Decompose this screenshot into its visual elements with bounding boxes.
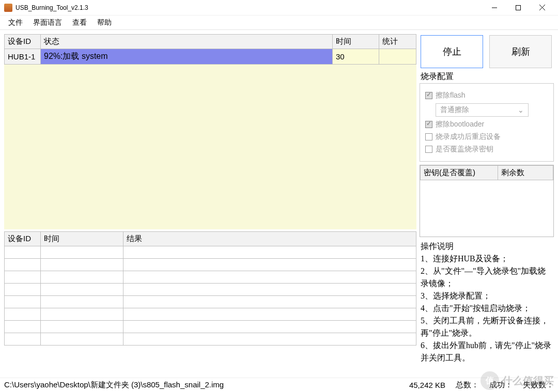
erase-flash-row[interactable]: 擦除flash <box>425 91 548 100</box>
chevron-down-icon: ⌄ <box>518 106 524 114</box>
checkbox-icon <box>425 133 432 140</box>
close-button[interactable] <box>530 0 554 15</box>
instruction-line: 2、从"文件"—"导入烧录包"加载烧录镜像； <box>421 265 553 290</box>
table-row <box>5 321 416 333</box>
menu-file[interactable]: 文件 <box>4 17 27 28</box>
erase-flash-label: 擦除flash <box>436 91 466 100</box>
instruction-line: 4、点击"开始"按钮启动烧录； <box>421 302 553 315</box>
col-result[interactable]: 结果 <box>123 232 416 246</box>
svg-rect-1 <box>516 5 521 10</box>
menu-view[interactable]: 查看 <box>68 17 91 28</box>
erase-bootloader-label: 擦除bootloader <box>436 120 484 129</box>
col-time[interactable]: 时间 <box>333 35 379 49</box>
instruction-line: 5、关闭工具前，先断开设备连接，再"停止"烧录。 <box>421 315 553 339</box>
menu-language[interactable]: 界面语言 <box>29 17 66 28</box>
col-time[interactable]: 时间 <box>41 232 123 246</box>
result-table: 设备ID 时间 结果 <box>4 231 416 346</box>
refresh-button[interactable]: 刷新 <box>489 35 552 68</box>
window-title: USB_Burning_Tool_v2.1.3 <box>16 4 483 11</box>
menubar: 文件 界面语言 查看 帮助 <box>0 15 558 30</box>
cell-time: 30 <box>333 49 379 65</box>
col-device[interactable]: 设备ID <box>5 232 41 246</box>
instruction-line: 3、选择烧录配置； <box>421 290 553 302</box>
table-row[interactable]: HUB1-1 92%:加载 system 30 <box>5 49 416 65</box>
titlebar: USB_Burning_Tool_v2.1.3 <box>0 0 558 15</box>
table-row <box>5 296 416 308</box>
col-remain[interactable]: 剩余数 <box>498 166 553 180</box>
table-row <box>5 284 416 296</box>
device-status-panel: 设备ID 状态 时间 统计 HUB1-1 92%:加载 system 30 <box>4 34 416 229</box>
reboot-after-label: 烧录成功后重启设备 <box>436 132 501 142</box>
maximize-button[interactable] <box>506 0 530 15</box>
checkbox-icon <box>425 146 432 153</box>
minimize-button[interactable] <box>483 0 506 15</box>
config-title: 烧录配置 <box>420 71 554 83</box>
device-status-table: 设备ID 状态 时间 统计 HUB1-1 92%:加载 system 30 <box>4 34 416 65</box>
cell-device: HUB1-1 <box>5 49 41 65</box>
erase-mode-select[interactable]: 普通擦除 ⌄ <box>436 103 529 117</box>
cell-status: 92%:加载 system <box>41 49 333 65</box>
key-panel: 密钥(是否覆盖) 剩余数 <box>420 165 554 237</box>
col-status[interactable]: 状态 <box>41 35 333 49</box>
table-row <box>5 333 416 346</box>
key-table: 密钥(是否覆盖) 剩余数 <box>420 165 553 180</box>
table-row <box>5 259 416 271</box>
app-icon <box>4 4 12 12</box>
status-text: 92%:加载 system <box>41 49 332 64</box>
instruction-line: 1、连接好HUB及设备； <box>421 253 553 265</box>
reboot-after-row[interactable]: 烧录成功后重启设备 <box>425 132 548 142</box>
statusbar: C:\Users\yaohe\Desktop\新建文件夹 (3)\s805_fl… <box>0 378 558 392</box>
menu-help[interactable]: 帮助 <box>93 17 116 28</box>
erase-mode-value: 普通擦除 <box>440 105 469 115</box>
status-path: C:\Users\yaohe\Desktop\新建文件夹 (3)\s805_fl… <box>4 380 224 390</box>
erase-bootloader-row[interactable]: 擦除bootloader <box>425 120 548 129</box>
instruction-line: 6、拔出外置hub前，请先"停止"烧录并关闭工具。 <box>421 339 553 364</box>
instructions-title: 操作说明 <box>421 240 553 253</box>
col-count[interactable]: 统计 <box>379 35 416 49</box>
overwrite-key-row[interactable]: 是否覆盖烧录密钥 <box>425 145 548 154</box>
col-key[interactable]: 密钥(是否覆盖) <box>421 166 498 180</box>
status-fail: 失败数： <box>523 380 554 390</box>
stop-button[interactable]: 停止 <box>421 35 483 68</box>
table-row <box>5 308 416 321</box>
status-success: 成功： <box>489 380 513 390</box>
result-panel: 设备ID 时间 结果 <box>4 231 416 353</box>
overwrite-key-label: 是否覆盖烧录密钥 <box>436 145 493 154</box>
table-row <box>5 271 416 284</box>
status-size: 45,242 KB <box>409 381 445 389</box>
table-row <box>5 246 416 259</box>
cell-count <box>379 49 416 65</box>
table-header-row: 设备ID 状态 时间 统计 <box>5 35 416 49</box>
instructions-panel: 操作说明 1、连接好HUB及设备； 2、从"文件"—"导入烧录包"加载烧录镜像；… <box>420 240 554 364</box>
status-total: 总数： <box>456 380 479 390</box>
col-device[interactable]: 设备ID <box>5 35 41 49</box>
checkbox-icon <box>425 121 432 128</box>
table-header-row: 设备ID 时间 结果 <box>5 232 416 246</box>
config-panel: 擦除flash 普通擦除 ⌄ 擦除bootloader 烧录成功后重启设备 是否… <box>420 83 554 162</box>
checkbox-icon <box>425 92 432 99</box>
